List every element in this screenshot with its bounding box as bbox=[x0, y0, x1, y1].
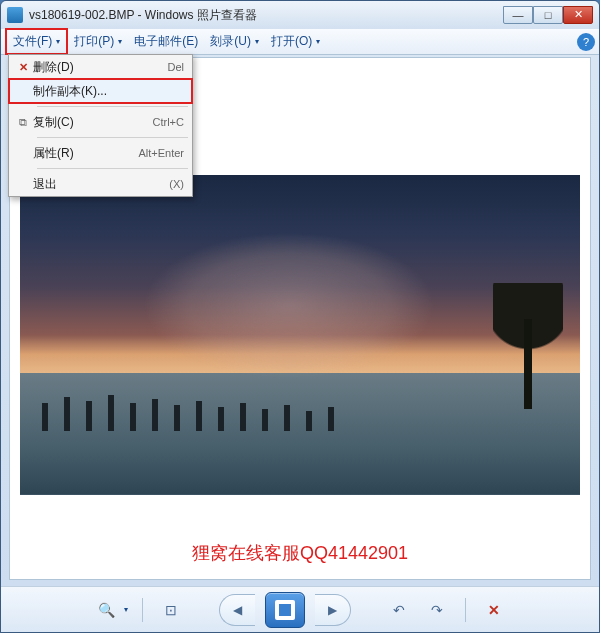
file-dropdown-menu: ✕ 删除(D) Del 制作副本(K)... ⧉ 复制(C) Ctrl+C 属性… bbox=[8, 54, 193, 197]
app-icon bbox=[7, 7, 23, 23]
menu-divider bbox=[37, 137, 188, 138]
watermark-caption: 狸窝在线客服QQ41442901 bbox=[10, 531, 590, 579]
menu-burn-label: 刻录(U) bbox=[210, 33, 251, 50]
slideshow-icon bbox=[275, 600, 295, 620]
menu-print[interactable]: 打印(P) ▾ bbox=[68, 30, 128, 53]
help-button[interactable]: ? bbox=[577, 33, 595, 51]
maximize-button[interactable]: □ bbox=[533, 6, 563, 24]
menu-item-shortcut: Ctrl+C bbox=[153, 116, 184, 128]
slideshow-button[interactable] bbox=[265, 592, 305, 628]
menu-file[interactable]: 文件(F) ▾ bbox=[5, 28, 68, 55]
delete-photo-button[interactable]: ✕ bbox=[480, 596, 508, 624]
menu-file-label: 文件(F) bbox=[13, 33, 52, 50]
menu-divider bbox=[37, 106, 188, 107]
menu-item-exit[interactable]: 退出 (X) bbox=[9, 172, 192, 196]
displayed-photo bbox=[20, 175, 580, 495]
chevron-down-icon: ▾ bbox=[56, 37, 60, 46]
bottom-toolbar: 🔍 ▾ ⊡ ◀ ▶ ↶ ↷ ✕ bbox=[1, 586, 599, 632]
menu-email[interactable]: 电子邮件(E) bbox=[128, 30, 204, 53]
chevron-down-icon: ▾ bbox=[118, 37, 122, 46]
window-controls: — □ ✕ bbox=[503, 7, 593, 24]
menubar: 文件(F) ▾ 打印(P) ▾ 电子邮件(E) 刻录(U) ▾ 打开(O) ▾ … bbox=[1, 29, 599, 55]
menu-print-label: 打印(P) bbox=[74, 33, 114, 50]
close-button[interactable]: ✕ bbox=[563, 6, 593, 24]
menu-item-delete[interactable]: ✕ 删除(D) Del bbox=[9, 55, 192, 79]
prev-icon: ◀ bbox=[233, 603, 242, 617]
photo-tree bbox=[493, 283, 563, 403]
menu-item-shortcut: Alt+Enter bbox=[138, 147, 184, 159]
zoom-controls: 🔍 ▾ bbox=[92, 596, 128, 624]
copy-icon: ⧉ bbox=[13, 116, 33, 129]
menu-item-label: 删除(D) bbox=[33, 59, 167, 76]
fit-window-button[interactable]: ⊡ bbox=[157, 596, 185, 624]
menu-email-label: 电子邮件(E) bbox=[134, 33, 198, 50]
photo-face-overlay bbox=[121, 200, 457, 411]
menu-burn[interactable]: 刻录(U) ▾ bbox=[204, 30, 265, 53]
menu-divider bbox=[37, 168, 188, 169]
menu-item-properties[interactable]: 属性(R) Alt+Enter bbox=[9, 141, 192, 165]
chevron-down-icon[interactable]: ▾ bbox=[124, 605, 128, 614]
menu-item-label: 复制(C) bbox=[33, 114, 153, 131]
app-window: vs180619-002.BMP - Windows 照片查看器 — □ ✕ 文… bbox=[0, 0, 600, 633]
chevron-down-icon: ▾ bbox=[255, 37, 259, 46]
next-icon: ▶ bbox=[328, 603, 337, 617]
titlebar[interactable]: vs180619-002.BMP - Windows 照片查看器 — □ ✕ bbox=[1, 1, 599, 29]
minimize-button[interactable]: — bbox=[503, 6, 533, 24]
window-title: vs180619-002.BMP - Windows 照片查看器 bbox=[29, 7, 503, 24]
next-button[interactable]: ▶ bbox=[315, 594, 351, 626]
menu-open[interactable]: 打开(O) ▾ bbox=[265, 30, 326, 53]
rotate-left-button[interactable]: ↶ bbox=[385, 596, 413, 624]
zoom-button[interactable]: 🔍 bbox=[92, 596, 120, 624]
menu-open-label: 打开(O) bbox=[271, 33, 312, 50]
menu-item-shortcut: Del bbox=[167, 61, 184, 73]
rotate-right-button[interactable]: ↷ bbox=[423, 596, 451, 624]
previous-button[interactable]: ◀ bbox=[219, 594, 255, 626]
menu-item-label: 制作副本(K)... bbox=[33, 83, 184, 100]
menu-item-copy[interactable]: ⧉ 复制(C) Ctrl+C bbox=[9, 110, 192, 134]
menu-item-label: 属性(R) bbox=[33, 145, 138, 162]
menu-item-make-copy[interactable]: 制作副本(K)... bbox=[9, 79, 192, 103]
toolbar-separator bbox=[465, 598, 466, 622]
delete-icon: ✕ bbox=[13, 61, 33, 74]
menu-item-shortcut: (X) bbox=[169, 178, 184, 190]
chevron-down-icon: ▾ bbox=[316, 37, 320, 46]
toolbar-separator bbox=[142, 598, 143, 622]
menu-item-label: 退出 bbox=[33, 176, 169, 193]
